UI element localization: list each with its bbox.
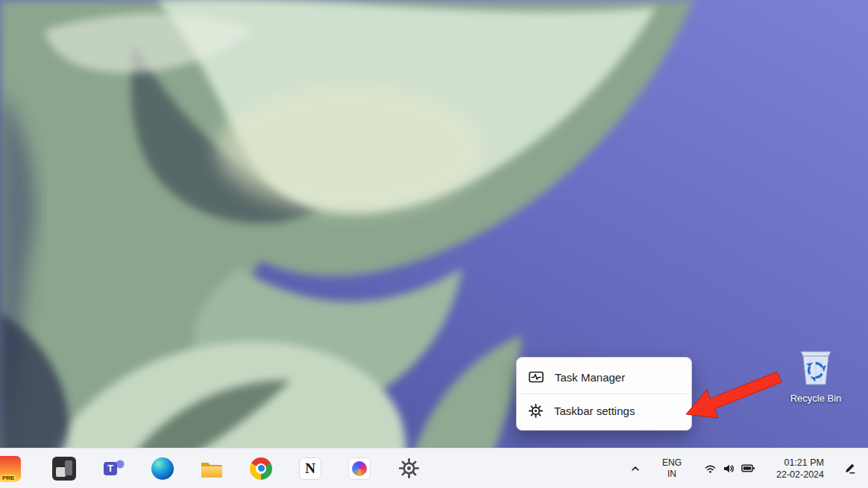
tray-date: 22-02-2024 [776,469,824,481]
task-manager-icon [529,371,544,383]
clock-tray-button[interactable]: 01:21 PM 22-02-2024 [772,454,828,484]
language-line2: IN [662,469,682,480]
menu-item-task-manager[interactable]: Task Manager [520,361,688,393]
recycle-bin-icon [795,343,837,389]
taskbar-app-notion[interactable]: N [295,454,325,484]
taskbar-app-dark-window[interactable] [49,454,79,484]
pre-badge: PRE [1,475,16,482]
settings-gear-icon [399,458,419,478]
system-tray: ENG IN [625,449,868,488]
taskbar-app-file-explorer[interactable] [197,454,227,484]
file-explorer-icon [200,458,224,479]
language-indicator[interactable]: ENG IN [656,454,688,483]
menu-item-taskbar-settings[interactable]: Taskbar settings [520,394,688,427]
pen-tray-button[interactable] [839,457,861,479]
wifi-icon [704,463,717,475]
taskbar-app-settings[interactable] [394,454,424,484]
network-volume-battery-button[interactable] [698,457,761,481]
taskbar-app-teams[interactable]: T [98,454,128,484]
recycle-bin-label: Recycle Bin [784,393,847,404]
notion-icon: N [299,457,321,480]
menu-item-label: Task Manager [555,371,625,384]
battery-icon [741,463,755,473]
dark-window-icon [52,457,76,481]
menu-item-label: Taskbar settings [554,405,635,417]
edge-icon [151,457,174,480]
colorful-app-icon [348,457,371,480]
teams-icon: T [101,456,126,481]
taskbar-app-edge[interactable] [148,454,177,484]
taskbar-app-premiere[interactable]: PRE [0,454,30,484]
tray-hidden-icons-button[interactable] [625,458,646,479]
language-line1: ENG [662,457,682,469]
wallpaper [0,0,868,488]
tray-time: 01:21 PM [776,457,824,469]
recycle-bin[interactable]: Recycle Bin [784,343,847,404]
chevron-up-icon [629,463,641,475]
taskbar-app-chrome[interactable] [246,454,276,484]
taskbar-app-icons: PRE T [0,449,424,488]
taskbar: PRE T [0,448,868,488]
taskbar-context-menu: Task Manager Taskbar settings [516,357,692,431]
taskbar-app-colorful[interactable] [345,454,374,484]
speaker-icon [723,463,735,475]
pen-icon [843,462,856,475]
gear-icon [529,404,543,418]
desktop: Recycle Bin Task Manager [0,0,868,488]
chrome-icon [250,457,272,480]
